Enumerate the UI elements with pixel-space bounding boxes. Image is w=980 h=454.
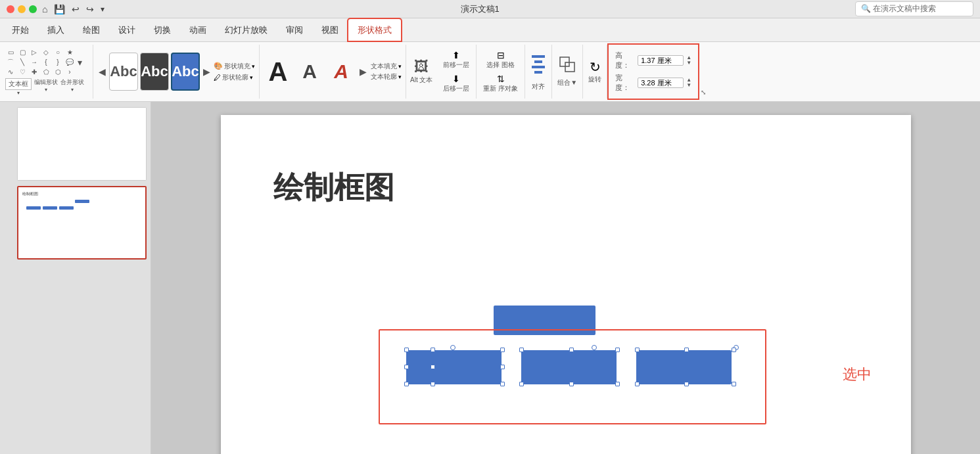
tab-review[interactable]: 审阅: [277, 18, 312, 41]
ribbon-content: ▭ ▢ ▷ ◇ ○ ★ ⌒ ╲ → { } 💬: [0, 42, 980, 101]
heart-icon: ♡: [17, 68, 28, 77]
rotate-handle-1[interactable]: [450, 345, 455, 350]
maximize-button[interactable]: [29, 5, 37, 13]
edit-dropdown-arrow: ▾: [45, 87, 47, 93]
blue-box-2[interactable]: [521, 350, 617, 384]
textbox-button[interactable]: 文本框 ▾: [5, 78, 32, 96]
minimize-button[interactable]: [18, 5, 26, 13]
align-button[interactable]: 对齐: [525, 45, 552, 99]
combine-button[interactable]: 组合▼: [552, 45, 583, 99]
handle-br-3[interactable]: [732, 382, 736, 386]
tab-design[interactable]: 设计: [109, 18, 145, 41]
abc-style-3[interactable]: Abc: [171, 53, 200, 91]
blue-box-3[interactable]: [636, 350, 732, 384]
search-box[interactable]: 🔍 在演示文稿中搜索: [855, 1, 973, 16]
handle-br-1[interactable]: [500, 382, 505, 386]
handle-bl-3[interactable]: [635, 382, 640, 386]
text-outline-button[interactable]: 文本轮廓 ▾: [371, 72, 402, 81]
more-icon[interactable]: ▾: [101, 5, 105, 14]
handle-tr-1[interactable]: [500, 348, 505, 352]
handle-tm-1[interactable]: [431, 348, 435, 352]
shapes-expand-arrow[interactable]: ▾: [76, 56, 83, 69]
handle-bm-3[interactable]: [684, 382, 689, 386]
size-expand-button[interactable]: ⤡: [699, 45, 707, 99]
reorder-button[interactable]: ⇅ 重新 序对象: [479, 72, 522, 95]
slide-1-thumbnail[interactable]: [17, 107, 147, 181]
handle-bm-1[interactable]: [431, 382, 435, 386]
undo-icon[interactable]: ↩: [72, 4, 80, 14]
handle-tl-3[interactable]: [635, 348, 640, 352]
slide-1-content: [18, 108, 146, 180]
handle-bm-2[interactable]: [569, 382, 574, 386]
slide-2-thumbnail[interactable]: 绘制框图: [17, 186, 147, 260]
handle-ml-1[interactable]: [404, 365, 409, 369]
width-down[interactable]: ▼: [686, 83, 691, 88]
text-fill-dropdown[interactable]: ▾: [398, 63, 402, 70]
merge-shape-button[interactable]: 合并形状 ▾: [60, 78, 84, 96]
handle-tm-2[interactable]: [569, 348, 574, 352]
handle-bl-2[interactable]: [519, 382, 524, 386]
blue-box-1[interactable]: [406, 350, 502, 384]
title-bar-left: ⌂ 💾 ↩ ↪ ▾: [7, 4, 105, 14]
brace-icon: }: [53, 58, 63, 67]
save-icon[interactable]: 💾: [54, 4, 65, 14]
fill-dropdown[interactable]: ▾: [252, 63, 255, 70]
tab-start[interactable]: 开始: [3, 18, 38, 41]
handle-tr-3[interactable]: [732, 348, 736, 352]
home-icon[interactable]: ⌂: [42, 4, 47, 14]
style-prev-arrow[interactable]: ◀: [97, 65, 107, 78]
alt-text-button[interactable]: 🖼 Alt 文本: [406, 45, 436, 99]
tab-slideshow[interactable]: 幻灯片放映: [216, 18, 277, 41]
style-next-arrow[interactable]: ▶: [202, 65, 212, 78]
circle-icon: ○: [53, 48, 63, 57]
wordart-A-styled[interactable]: A: [327, 53, 356, 91]
shape-fill-button[interactable]: 🎨 形状填充 ▾: [214, 62, 255, 71]
tab-draw[interactable]: 绘图: [74, 18, 109, 41]
rotate-handle-2[interactable]: [592, 345, 597, 350]
handle-tr-2[interactable]: [615, 348, 620, 352]
width-input[interactable]: [638, 78, 684, 88]
handle-tl-1[interactable]: [404, 348, 409, 352]
handle-br-2[interactable]: [615, 382, 620, 386]
selection-pane-button[interactable]: ⊟ 选择 图格: [479, 49, 522, 71]
handle-tl-2[interactable]: [519, 348, 524, 352]
rect-icon: ▭: [5, 48, 16, 57]
height-down[interactable]: ▼: [686, 60, 691, 66]
edit-shape-button[interactable]: 编辑形状 ▾: [34, 78, 58, 96]
shape-outline-button[interactable]: 🖊 形状轮廓 ▾: [214, 73, 255, 82]
handle-mr-1[interactable]: [500, 365, 505, 369]
tab-shape-format[interactable]: 形状格式: [348, 18, 402, 41]
wordart-A-large[interactable]: A: [264, 53, 292, 91]
redo-icon[interactable]: ↪: [86, 4, 94, 14]
tab-view[interactable]: 视图: [312, 18, 348, 41]
width-spinner[interactable]: ▲ ▼: [686, 78, 691, 88]
chevron-icon: ›: [64, 68, 75, 77]
close-button[interactable]: [7, 5, 14, 13]
tab-animation[interactable]: 动画: [180, 18, 216, 41]
send-backward-button[interactable]: ⬇ 后移一层: [439, 72, 473, 95]
combine-icon: [559, 57, 575, 76]
mini-boxes-row: [26, 206, 141, 210]
slide-canvas: 绘制框图: [221, 115, 911, 454]
pentagon-icon: ⬠: [41, 68, 51, 77]
handle-tm-3[interactable]: [684, 348, 689, 352]
outline-dropdown[interactable]: ▾: [250, 74, 253, 81]
callout-icon: 💬: [64, 58, 75, 67]
height-input[interactable]: [638, 55, 684, 66]
handle-bl-1[interactable]: [404, 382, 409, 386]
title-bar: ⌂ 💾 ↩ ↪ ▾ 演示文稿1 🔍 在演示文稿中搜索: [0, 0, 980, 18]
rotate-button[interactable]: ↻ 旋转: [583, 45, 607, 99]
diamond-icon: ◇: [41, 48, 51, 57]
height-spinner[interactable]: ▲ ▼: [686, 55, 691, 66]
slide-2-preview: 绘制框图: [18, 187, 145, 259]
text-fill-button[interactable]: 文本填充 ▾: [371, 62, 402, 71]
tab-transition[interactable]: 切换: [145, 18, 180, 41]
text-outline-dropdown[interactable]: ▾: [398, 74, 402, 80]
tab-insert[interactable]: 插入: [38, 18, 74, 41]
wordart-A-medium[interactable]: A: [295, 53, 324, 91]
abc-style-2[interactable]: Abc: [140, 53, 169, 91]
abc-style-1[interactable]: Abc: [109, 53, 138, 91]
handle-mm-1[interactable]: [431, 365, 435, 369]
wordart-more-arrow[interactable]: ▶: [358, 65, 368, 78]
bring-forward-button[interactable]: ⬆ 前移一层: [439, 49, 473, 71]
